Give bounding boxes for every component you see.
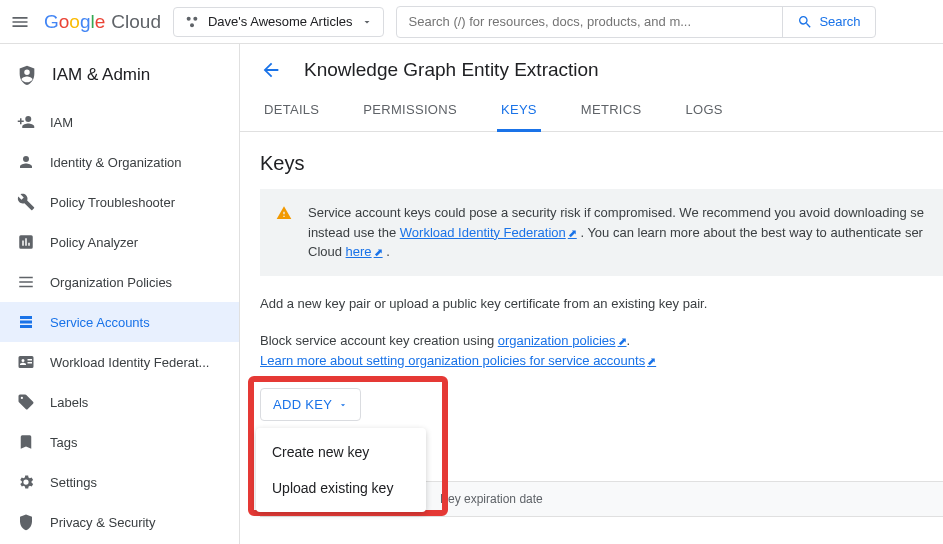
nav-tags[interactable]: Tags (0, 422, 239, 462)
tab-logs[interactable]: LOGS (681, 92, 726, 131)
col-key-expiration: Key expiration date (440, 492, 580, 506)
page-title: Knowledge Graph Entity Extraction (304, 59, 599, 81)
nav-policy-troubleshooter[interactable]: Policy Troubleshooter (0, 182, 239, 222)
nav-iam[interactable]: IAM (0, 102, 239, 142)
svg-point-1 (193, 16, 197, 20)
menu-upload-existing-key[interactable]: Upload existing key (256, 470, 426, 506)
tab-permissions[interactable]: PERMISSIONS (359, 92, 461, 131)
warning-box: Service account keys could pose a securi… (260, 189, 943, 276)
list-icon (16, 273, 36, 291)
chevron-down-icon (338, 400, 348, 410)
tag-icon (16, 393, 36, 411)
search-icon (797, 14, 813, 30)
link-here[interactable]: here⬈ (346, 244, 383, 259)
link-org-policies[interactable]: organization policies⬈ (498, 333, 627, 348)
badge-icon (16, 353, 36, 371)
person-icon (16, 153, 36, 171)
service-account-icon (16, 313, 36, 331)
tab-details[interactable]: DETAILS (260, 92, 323, 131)
nav-privacy-security[interactable]: Privacy & Security (0, 502, 239, 542)
keys-heading: Keys (260, 152, 943, 175)
shield-icon (16, 64, 38, 86)
wrench-icon (16, 193, 36, 211)
bookmark-icon (16, 433, 36, 451)
section-title: IAM & Admin (0, 56, 239, 102)
tab-keys[interactable]: KEYS (497, 92, 541, 132)
external-link-icon: ⬈ (618, 335, 627, 347)
project-name: Dave's Awesome Articles (208, 14, 353, 29)
hamburger-menu[interactable] (8, 10, 32, 34)
analyzer-icon (16, 233, 36, 251)
external-link-icon: ⬈ (568, 227, 577, 239)
tab-metrics[interactable]: METRICS (577, 92, 646, 131)
cloud-label: Cloud (111, 11, 161, 33)
tabs: DETAILS PERMISSIONS KEYS METRICS LOGS (240, 92, 943, 132)
chevron-down-icon (361, 16, 373, 28)
warning-icon (276, 205, 292, 262)
svg-point-0 (187, 16, 191, 20)
nav-policy-analyzer[interactable]: Policy Analyzer (0, 222, 239, 262)
search-input[interactable] (397, 14, 783, 29)
gear-icon (16, 473, 36, 491)
back-arrow[interactable] (260, 58, 284, 82)
nav-identity-org[interactable]: Identity & Organization (0, 142, 239, 182)
warning-text: Service account keys could pose a securi… (308, 203, 927, 262)
project-icon (184, 14, 200, 30)
search-button-label: Search (819, 14, 860, 29)
menu-create-new-key[interactable]: Create new key (256, 434, 426, 470)
add-key-menu: Create new key Upload existing key (256, 428, 426, 512)
external-link-icon: ⬈ (374, 246, 383, 258)
nav-service-accounts[interactable]: Service Accounts (0, 302, 239, 342)
external-link-icon: ⬈ (647, 355, 656, 367)
person-add-icon (16, 113, 36, 131)
add-key-instruction: Add a new key pair or upload a public ke… (260, 294, 943, 314)
shield-small-icon (16, 513, 36, 531)
block-key-text: Block service account key creation using… (260, 331, 943, 370)
nav-org-policies[interactable]: Organization Policies (0, 262, 239, 302)
nav-workload-identity[interactable]: Workload Identity Federat... (0, 342, 239, 382)
nav-settings[interactable]: Settings (0, 462, 239, 502)
link-learn-more[interactable]: Learn more about setting organization po… (260, 353, 656, 368)
project-picker[interactable]: Dave's Awesome Articles (173, 7, 384, 37)
nav-labels[interactable]: Labels (0, 382, 239, 422)
search-button[interactable]: Search (782, 7, 874, 37)
sidebar: IAM & Admin IAM Identity & Organization … (0, 44, 240, 544)
link-workload-identity[interactable]: Workload Identity Federation⬈ (400, 225, 577, 240)
svg-point-2 (190, 23, 194, 27)
search-bar[interactable]: Search (396, 6, 876, 38)
add-key-button[interactable]: ADD KEY (260, 388, 361, 421)
gcp-logo[interactable]: Google Cloud (44, 11, 161, 33)
